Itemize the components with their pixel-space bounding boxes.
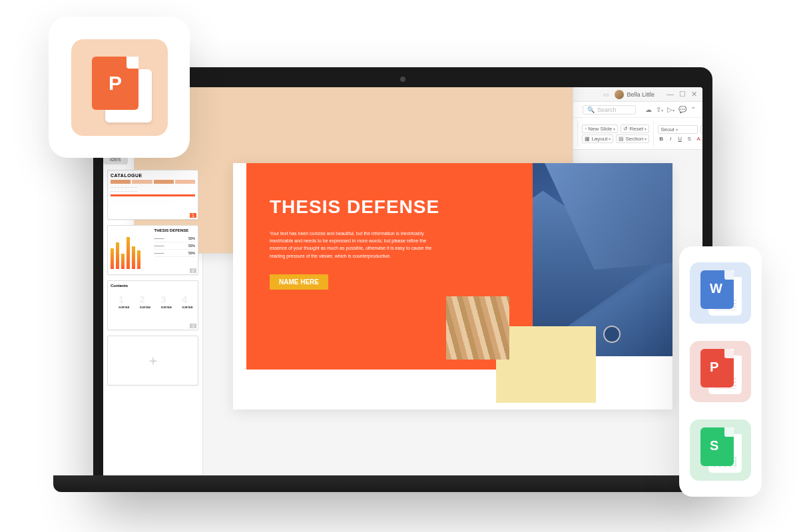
layout-dropdown[interactable]: ▦ Layout ▾ bbox=[582, 134, 613, 143]
thumbnail-2[interactable]: THESIS DEFENSE ———50% ———50% ———50% 2 bbox=[107, 225, 198, 275]
thumb3-title: Contents bbox=[111, 284, 195, 288]
font-color-icon[interactable]: A bbox=[695, 135, 702, 142]
strikethrough-icon[interactable]: S bbox=[686, 135, 692, 142]
slide-body-text[interactable]: Your text has been concise and beautiful… bbox=[270, 230, 443, 260]
ribbon: ument ▾ de ▫ New Slide ▾ ↺ Reset ▾ ▦ Lay… bbox=[103, 118, 702, 150]
presentation-icon: P bbox=[690, 341, 751, 402]
demonstrate-label: DEMONSTRATE bbox=[270, 382, 352, 388]
reset-button[interactable]: ↺ Reset ▾ bbox=[621, 125, 649, 133]
notebook-icon[interactable]: ▭ bbox=[603, 91, 609, 98]
cloud-icon[interactable]: ☁ bbox=[645, 106, 652, 113]
close-button[interactable]: ✕ bbox=[691, 90, 697, 99]
share-icon[interactable]: ⇪▾ bbox=[656, 106, 663, 113]
thumbnail-1[interactable]: CATALOGUE — — — — — — — —— — — — — — — —… bbox=[107, 170, 198, 220]
slide-panel: ides CATALOGUE — — — — — — — —— — — — — … bbox=[103, 150, 203, 480]
slide-yellow-box bbox=[496, 326, 596, 403]
slide-canvas[interactable]: THESIS DEFENSE Your text has been concis… bbox=[203, 150, 702, 480]
spreadsheet-icon: S bbox=[690, 419, 751, 481]
slide-title[interactable]: THESIS DEFENSE bbox=[270, 196, 509, 218]
restore-button[interactable]: ☐ bbox=[679, 90, 686, 99]
italic-icon[interactable]: I bbox=[667, 135, 674, 142]
slide-building-image bbox=[446, 296, 509, 360]
font-name-select[interactable]: Seoul ▾ bbox=[658, 125, 698, 134]
search-icon: 🔍 bbox=[587, 107, 595, 113]
add-slide-button[interactable]: ＋ bbox=[107, 336, 198, 386]
doc-front-icon: P bbox=[92, 57, 138, 110]
underline-icon[interactable]: U bbox=[676, 135, 683, 142]
new-slide-dropdown[interactable]: ▫ New Slide ▾ bbox=[582, 125, 618, 133]
main-slide[interactable]: THESIS DEFENSE Your text has been concis… bbox=[233, 163, 672, 409]
section-dropdown[interactable]: ▤ Section ▾ bbox=[616, 134, 649, 143]
presentation-app-card: P bbox=[49, 17, 190, 158]
file-types-panel: W P S bbox=[679, 246, 762, 497]
comment-icon[interactable]: 💬 bbox=[678, 106, 686, 113]
workspace: ides CATALOGUE — — — — — — — —— — — — — … bbox=[103, 150, 702, 480]
presentation-app-icon: P bbox=[71, 39, 168, 136]
search-input[interactable]: 🔍 Search bbox=[583, 105, 636, 115]
thumb2-title: THESIS DEFENSE bbox=[154, 228, 196, 232]
user-account[interactable]: Bella Little bbox=[615, 90, 655, 99]
collapse-ribbon-icon[interactable]: ⌃ bbox=[690, 106, 696, 113]
avatar bbox=[615, 90, 624, 99]
bold-icon[interactable]: B bbox=[658, 135, 665, 142]
thumbnail-3[interactable]: Contents 1SUBTAB 2SUBTAB 3SUBTAB 4SUBTAB… bbox=[107, 280, 198, 330]
writer-icon: W bbox=[690, 262, 751, 324]
name-badge[interactable]: NAME HERE bbox=[270, 274, 328, 290]
app-letter: P bbox=[109, 72, 122, 95]
app-window: ✕ ＋ ▭ Bella Little — ☐ ✕ ≡ 🗎 ⎙ ↶ ↷ ▾ bbox=[103, 87, 702, 480]
play-icon[interactable]: ▷▾ bbox=[667, 106, 674, 113]
minimize-button[interactable]: — bbox=[667, 90, 674, 99]
font-size-select[interactable]: 10 ▾ bbox=[700, 125, 702, 134]
search-placeholder: Search bbox=[597, 107, 617, 113]
user-name: Bella Little bbox=[627, 91, 655, 98]
shield-badge-icon bbox=[603, 326, 621, 343]
webcam bbox=[400, 77, 405, 82]
thumb1-title: CATALOGUE bbox=[111, 173, 195, 178]
